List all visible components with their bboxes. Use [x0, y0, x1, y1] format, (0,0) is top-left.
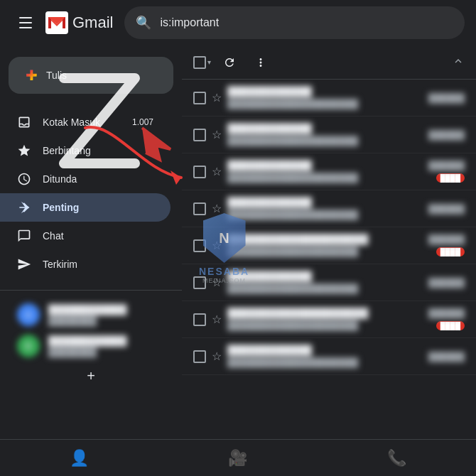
email-checkbox[interactable]	[193, 202, 206, 215]
hamburger-icon	[19, 17, 32, 28]
top-bar: Gmail 🔍 is:important	[0, 0, 476, 45]
search-input[interactable]: is:important	[160, 16, 453, 29]
select-all-container[interactable]: ▾	[193, 56, 211, 69]
star-button[interactable]: ☆	[212, 239, 222, 252]
email-row[interactable]: ☆ ████████████████████ █████████████████…	[182, 227, 476, 264]
email-meta: ██████	[428, 93, 465, 103]
email-content: ████████████ ████████████████████	[227, 160, 423, 183]
email-meta: ██████ ████	[428, 234, 465, 256]
email-checkbox[interactable]	[193, 276, 206, 289]
clock-icon	[17, 172, 31, 186]
bottom-nav-phone[interactable]: 📞	[318, 440, 476, 476]
email-tag: ████	[436, 173, 465, 183]
refresh-button[interactable]	[217, 50, 242, 75]
email-sender: ████████████	[227, 86, 423, 97]
email-subject: ████████████████████	[227, 136, 423, 146]
bottom-nav-profile[interactable]: 👤	[0, 440, 158, 476]
email-list: ☆ ████████████ ████████████████████ ████…	[182, 80, 476, 439]
bottom-nav-meet[interactable]: 🎥	[158, 440, 317, 476]
star-button[interactable]: ☆	[212, 276, 222, 289]
add-contact-button[interactable]: +	[80, 364, 102, 387]
compose-label: Tulis	[46, 70, 67, 81]
more-icon	[254, 56, 267, 69]
contact-avatar-2: B	[17, 335, 40, 357]
email-sender: ████████████████████	[227, 234, 423, 245]
contact-name-1: ████████████	[48, 304, 127, 315]
star-button[interactable]: ☆	[212, 350, 222, 363]
star-button[interactable]: ☆	[212, 91, 222, 104]
contact-item-2[interactable]: B ████████████ ████████	[9, 330, 173, 362]
email-checkbox[interactable]	[193, 350, 206, 363]
chat-icon	[17, 229, 31, 243]
send-icon	[17, 257, 31, 271]
email-row[interactable]: ☆ ████████████ ████████████████████ ████…	[182, 190, 476, 227]
contact-item-1[interactable]: A ████████████ ████████	[9, 299, 173, 330]
email-meta: ██████	[428, 352, 465, 362]
email-meta: ██████ ████	[428, 308, 465, 330]
email-checkbox[interactable]	[193, 166, 206, 178]
menu-button[interactable]	[11, 9, 40, 37]
scroll-indicator	[452, 55, 465, 70]
sidebar-label-chat: Chat	[43, 230, 153, 242]
email-checkbox[interactable]	[193, 92, 206, 104]
search-bar[interactable]: 🔍 is:important	[124, 6, 465, 39]
more-options-button[interactable]	[248, 50, 274, 75]
email-sender: ████████████	[227, 345, 423, 356]
email-subject: ████████████████████	[227, 247, 423, 257]
select-all-checkbox[interactable]	[193, 56, 206, 69]
sidebar-badge-kotak-masuk: 1.007	[132, 117, 153, 127]
sidebar-item-kotak-masuk[interactable]: Kotak Masuk 1.007	[0, 108, 171, 136]
email-date: ██████	[428, 278, 465, 288]
profile-icon: 👤	[70, 449, 89, 467]
email-sender: ████████████████████	[227, 308, 423, 319]
gmail-logo: Gmail	[45, 11, 113, 34]
bottom-nav: 👤 🎥 📞	[0, 439, 476, 476]
main-layout: ✚ Tulis Kotak Masuk 1.007 Berbintang	[0, 45, 476, 439]
email-sender: ████████████	[227, 197, 423, 208]
email-checkbox[interactable]	[193, 129, 206, 141]
email-sender: ████████████	[227, 271, 423, 282]
email-subject: ████████████████████	[227, 99, 423, 109]
email-meta: ██████	[428, 278, 465, 288]
email-meta: ██████ ████	[428, 161, 465, 183]
compose-button[interactable]: ✚ Tulis	[9, 57, 173, 94]
email-row[interactable]: ☆ ████████████████████ █████████████████…	[182, 301, 476, 338]
star-button[interactable]: ☆	[212, 313, 222, 326]
sidebar-item-penting[interactable]: Penting	[0, 193, 171, 222]
email-content: ████████████████████ ███████████████████…	[227, 308, 423, 331]
email-content: ████████████ ████████████████████	[227, 345, 423, 368]
contact-name-2: ████████████	[48, 335, 127, 346]
contact-status-1: ████████	[48, 316, 127, 326]
email-content: ████████████ ████████████████████	[227, 86, 423, 109]
contact-status-2: ████████	[48, 347, 127, 357]
email-content: ████████████████████ ███████████████████…	[227, 234, 423, 257]
star-button[interactable]: ☆	[212, 202, 222, 215]
sidebar-label-berbintang: Berbintang	[43, 145, 153, 156]
gmail-m-icon	[45, 11, 68, 34]
contacts-section: A ████████████ ████████ B ████████████ █…	[0, 290, 182, 396]
star-button[interactable]: ☆	[212, 128, 222, 141]
email-checkbox[interactable]	[193, 313, 206, 326]
email-row[interactable]: ☆ ████████████ ████████████████████ ████…	[182, 80, 476, 117]
email-row[interactable]: ☆ ████████████ ████████████████████ ████…	[182, 338, 476, 375]
sidebar-item-ditunda[interactable]: Ditunda	[0, 165, 171, 193]
sidebar-item-berbintang[interactable]: Berbintang	[0, 136, 171, 165]
email-row[interactable]: ☆ ████████████ ████████████████████ ████…	[182, 153, 476, 190]
email-subject: ████████████████████	[227, 320, 423, 331]
important-icon	[17, 200, 31, 215]
sidebar-label-kotak-masuk: Kotak Masuk	[43, 117, 121, 128]
sidebar-item-chat[interactable]: Chat	[0, 222, 171, 250]
email-row[interactable]: ☆ ████████████ ████████████████████ ████…	[182, 117, 476, 153]
email-date: ██████	[428, 204, 465, 214]
star-icon	[17, 144, 31, 158]
email-row[interactable]: ☆ ████████████ ████████████████████ ████…	[182, 264, 476, 301]
email-subject: ████████████████████	[227, 283, 423, 294]
email-sender: ████████████	[227, 160, 423, 171]
sidebar-label-ditunda: Ditunda	[43, 173, 153, 185]
email-content: ████████████ ████████████████████	[227, 123, 423, 146]
star-button[interactable]: ☆	[212, 165, 222, 178]
email-checkbox[interactable]	[193, 239, 206, 252]
email-content: ████████████ ████████████████████	[227, 197, 423, 220]
sidebar-item-terkirim[interactable]: Terkirim	[0, 250, 171, 278]
select-chevron[interactable]: ▾	[207, 58, 211, 66]
